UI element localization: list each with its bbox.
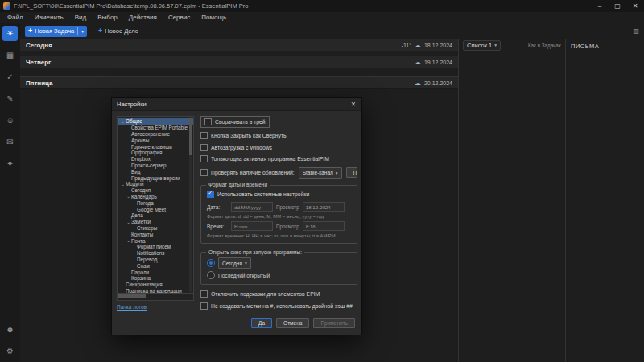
checkbox-box[interactable] bbox=[200, 155, 208, 162]
checkbox-box[interactable] bbox=[200, 302, 208, 310]
day-body-thursday[interactable] bbox=[20, 68, 458, 76]
expander-icon[interactable]: ⌄ bbox=[120, 182, 126, 187]
tree-item-translation[interactable]: Перевод bbox=[118, 257, 193, 263]
menu-item-select[interactable]: Выбор bbox=[92, 14, 123, 21]
rail-mail-button[interactable]: ✉ bbox=[2, 134, 18, 150]
tree-item-view[interactable]: Вид bbox=[118, 168, 193, 175]
maximize-button[interactable]: ▢ bbox=[609, 0, 626, 12]
tree-item-modules[interactable]: ⌄Модули bbox=[118, 181, 193, 187]
checkbox-box[interactable] bbox=[200, 144, 208, 151]
rail-calendar-button[interactable]: ▦ bbox=[2, 47, 18, 63]
rail-passwords-button[interactable]: ✦ bbox=[2, 156, 18, 171]
tree-item-passwords[interactable]: Пароли bbox=[118, 269, 193, 275]
checkbox-box[interactable] bbox=[200, 132, 208, 139]
menu-item-help[interactable]: Помощь bbox=[196, 14, 232, 21]
tree-item-mail-format[interactable]: Формат писем bbox=[118, 244, 193, 250]
minimize-button[interactable]: – bbox=[591, 0, 609, 12]
disable-hints-checkbox[interactable]: Отключить подсказки для элементов EPIM bbox=[200, 290, 357, 298]
logs-folder-link[interactable]: Папка логов bbox=[117, 304, 194, 310]
tree-item-proxy[interactable]: Прокси-сервер bbox=[118, 162, 193, 169]
menu-item-view[interactable]: Вид bbox=[69, 14, 92, 21]
tree-item-today[interactable]: Сегодня bbox=[118, 187, 193, 194]
tree-item-archives[interactable]: Архивы bbox=[118, 137, 193, 143]
expander-icon[interactable]: ⌄ bbox=[126, 238, 131, 243]
minimize-to-tray-checkbox[interactable]: Сворачивать в трей bbox=[200, 116, 270, 128]
use-system-settings-checkbox[interactable]: Использовать системные настройки bbox=[207, 191, 357, 198]
day-row-today[interactable]: Сегодня -11° ☁ 18.12.2024 bbox=[20, 39, 458, 51]
check-now-button[interactable]: Проверить bbox=[346, 167, 357, 178]
new-task-button[interactable]: + Новая Задача ▾ bbox=[25, 26, 87, 37]
autostart-checkbox[interactable]: Автозагрузка с Windows bbox=[200, 144, 357, 151]
close-as-minimize-checkbox[interactable]: Кнопка Закрыть как Свернуть bbox=[200, 132, 357, 139]
time-format-input[interactable]: H:mm bbox=[231, 221, 273, 231]
tree-item-spelling[interactable]: Орфография bbox=[118, 150, 193, 156]
rail-settings-button[interactable]: ⚙ bbox=[2, 343, 18, 359]
expander-icon[interactable]: ⌄ bbox=[126, 220, 131, 224]
new-task-label: Новая Задача bbox=[35, 27, 74, 35]
tree-item-sync[interactable]: Синхронизация bbox=[118, 282, 193, 288]
tree-item-notes[interactable]: ⌄Заметки bbox=[118, 219, 193, 225]
new-todo-label: Новое Дело bbox=[105, 27, 138, 35]
day-row-friday[interactable]: Пятница ☁ 20.12.2024 bbox=[20, 76, 458, 89]
dialog-close-button[interactable]: ✕ bbox=[345, 98, 361, 110]
new-todo-button[interactable]: + Новое Дело bbox=[95, 26, 142, 37]
tree-vertical-scrollbar[interactable] bbox=[189, 117, 192, 292]
tree-item-calendar[interactable]: ⌄Календарь bbox=[118, 194, 193, 200]
tree-item-weather[interactable]: Погода bbox=[118, 200, 193, 206]
cancel-button[interactable]: Отмена bbox=[276, 318, 309, 328]
menu-item-edit[interactable]: Изменить bbox=[29, 14, 69, 21]
checkbox-box[interactable] bbox=[204, 118, 212, 125]
apply-button[interactable]: Применить bbox=[313, 318, 355, 328]
todo-list-select[interactable]: Список 1 ▾ bbox=[463, 40, 501, 51]
tree-item-epim-portable[interactable]: Свойства EPIM Portable bbox=[118, 125, 193, 131]
checkbox-box[interactable] bbox=[200, 169, 208, 176]
day-row-thursday[interactable]: Четверг ☁ 19.12.2024 bbox=[20, 56, 458, 68]
startup-last-opened-radio[interactable] bbox=[207, 271, 215, 279]
tree-item-trash[interactable]: Корзина bbox=[118, 275, 193, 282]
tree-item-autosave[interactable]: Автосохранение bbox=[118, 131, 193, 138]
hashtag-checkbox[interactable]: Не создавать метки на #, использовать дв… bbox=[200, 302, 357, 310]
rail-user-button[interactable]: ☻ bbox=[2, 322, 18, 337]
tree-item-tasks[interactable]: Дела bbox=[118, 212, 193, 219]
check-updates-checkbox[interactable]: Проверять наличие обновлений: bbox=[200, 169, 295, 176]
tree-item-notifications[interactable]: Notifications bbox=[118, 250, 193, 257]
tree-item-dropbox[interactable]: Dropbox bbox=[118, 156, 193, 162]
notes-icon: ✎ bbox=[6, 94, 13, 103]
chevron-down-icon[interactable]: ▾ bbox=[81, 29, 84, 34]
expander-icon[interactable]: ⌄ bbox=[120, 119, 126, 124]
menu-item-tools[interactable]: Сервис bbox=[163, 14, 196, 21]
settings-tree: ⌄Общие Свойства EPIM Portable Автосохран… bbox=[117, 116, 194, 294]
tree-item-general[interactable]: ⌄Общие bbox=[118, 118, 193, 125]
window-controls: – ▢ ✕ bbox=[591, 0, 644, 12]
checkbox-box[interactable] bbox=[200, 290, 208, 298]
tree-item-google-meet[interactable]: Google Meet bbox=[118, 206, 193, 212]
rail-today-button[interactable]: ☀ bbox=[2, 26, 18, 41]
as-tasks-label[interactable]: Как в Задачах bbox=[528, 43, 561, 48]
update-channel-select[interactable]: Stable-канал ▾ bbox=[299, 167, 342, 179]
expander-icon[interactable]: ⌄ bbox=[126, 194, 131, 199]
tree-item-calendar-subscriptions[interactable]: Подписка на календари bbox=[118, 288, 193, 294]
rail-contacts-button[interactable]: ☺ bbox=[2, 113, 18, 128]
panel-toggle-icon[interactable]: ▥ bbox=[633, 27, 639, 35]
scrollbar-thumb[interactable] bbox=[118, 294, 146, 298]
tree-item-contacts[interactable]: Контакты bbox=[118, 231, 193, 237]
menu-item-file[interactable]: Файл bbox=[2, 14, 29, 21]
tree-item-stickers[interactable]: Стикеры bbox=[118, 225, 193, 232]
close-button[interactable]: ✕ bbox=[626, 0, 644, 12]
tree-item-mail[interactable]: ⌄Почта bbox=[118, 237, 193, 244]
single-instance-checkbox[interactable]: Только одна активная программа Essential… bbox=[200, 155, 357, 162]
checkbox-box[interactable] bbox=[207, 191, 214, 198]
startup-module-select[interactable]: Сегодня ▾ bbox=[218, 257, 251, 269]
date-format-input[interactable]: dd.MM.yyyy bbox=[231, 202, 273, 212]
dialog-titlebar[interactable]: Настройки ✕ bbox=[112, 98, 361, 111]
scrollbar-thumb[interactable] bbox=[189, 118, 192, 155]
tree-horizontal-scrollbar[interactable] bbox=[117, 294, 194, 301]
tree-item-spam[interactable]: Спам bbox=[118, 262, 193, 269]
menu-item-actions[interactable]: Действия bbox=[123, 14, 163, 21]
rail-notes-button[interactable]: ✎ bbox=[2, 91, 18, 106]
rail-tasks-button[interactable]: ✓ bbox=[2, 69, 18, 84]
tree-item-previous-versions[interactable]: Предыдущие версии bbox=[118, 175, 193, 181]
startup-module-radio[interactable] bbox=[207, 259, 215, 267]
tree-item-hotkeys[interactable]: Горячие клавиши bbox=[118, 143, 193, 150]
ok-button[interactable]: Да bbox=[251, 318, 272, 328]
